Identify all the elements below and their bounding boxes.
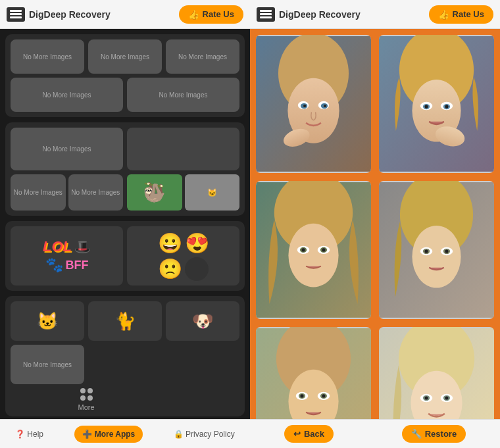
- dot-2: [88, 388, 93, 393]
- empty-cell: [127, 128, 239, 170]
- lol-text: LOL: [43, 238, 72, 255]
- no-more-cell-4: No More Images: [11, 78, 123, 112]
- right-content: [250, 29, 500, 419]
- top-row-3: No More Images No More Images No More Im…: [11, 39, 239, 74]
- dumpster-img-1: 🦥: [127, 174, 182, 211]
- right-header-left: DigDeep Recovery: [257, 7, 361, 22]
- no-more-cell-3: No More Images: [166, 39, 239, 74]
- lol-bff-content: LOL 🎩 🐾 BFF: [43, 238, 91, 274]
- photo-row-2: [254, 179, 496, 321]
- no-more-cell-8: No More Images: [68, 174, 124, 211]
- sombrero-emoji: 🎩: [74, 239, 91, 255]
- rate-us-button-left[interactable]: 👍 Rate Us: [179, 5, 243, 24]
- left-panel: DigDeep Recovery 👍 Rate Us No More Image…: [0, 0, 250, 448]
- svg-rect-5: [260, 16, 272, 18]
- app-title-left: DigDeep Recovery: [29, 9, 111, 20]
- emoji-happy: 😀: [158, 232, 182, 255]
- help-button[interactable]: ❓ Help: [15, 430, 43, 439]
- app-icon-right: [257, 7, 275, 22]
- top-row-2: No More Images No More Images: [11, 78, 239, 112]
- emoji-love: 😍: [185, 232, 209, 255]
- dumpster-section: No More Images No More Images No More Im…: [5, 122, 245, 216]
- svg-point-62: [424, 396, 428, 399]
- svg-point-33: [301, 248, 305, 251]
- dot-1: [80, 388, 86, 393]
- app-icon-left: [7, 7, 25, 22]
- more-apps-button[interactable]: ➕ More Apps: [74, 426, 143, 443]
- photo-row-1: [254, 33, 496, 175]
- more-dots: [80, 388, 93, 401]
- dumpster-img-2: 🐱: [185, 174, 240, 211]
- emoji-grid: 😀 😍 🙁: [155, 229, 212, 284]
- left-footer: ❓ Help ➕ More Apps 🔒 Privacy Policy: [0, 419, 250, 448]
- svg-point-37: [412, 226, 461, 288]
- svg-rect-4: [260, 13, 272, 15]
- photo-cell-2[interactable]: [377, 33, 496, 175]
- photo-face-1: [256, 35, 371, 173]
- no-more-cell-7: No More Images: [11, 174, 66, 211]
- photo-face-5: [256, 327, 371, 419]
- svg-point-24: [445, 105, 448, 108]
- left-content: No More Images No More Images No More Im…: [0, 29, 250, 419]
- photo-cell-1[interactable]: [254, 33, 373, 175]
- photo-face-2: [379, 35, 494, 173]
- photo-face-3: [256, 181, 371, 319]
- svg-point-14: [324, 105, 326, 107]
- help-icon: ❓: [15, 430, 25, 439]
- svg-point-42: [424, 249, 428, 253]
- emoji-sticker-cell: 😀 😍 🙁: [127, 226, 239, 286]
- svg-point-63: [445, 396, 448, 399]
- svg-point-28: [288, 224, 338, 287]
- photo-cell-6[interactable]: [377, 325, 496, 419]
- no-more-cell-5: No More Images: [127, 78, 239, 112]
- bottom-sticker-cat: 🐱: [11, 301, 84, 341]
- photo-cell-3[interactable]: [254, 179, 373, 321]
- left-header-left: DigDeep Recovery: [7, 7, 111, 22]
- more-text: More: [78, 403, 94, 411]
- right-panel: DigDeep Recovery 👍 Rate Us: [250, 0, 500, 448]
- stickers-section: LOL 🎩 🐾 BFF 😀 😍 🙁: [5, 221, 245, 291]
- photo-cell-4[interactable]: [377, 179, 496, 321]
- privacy-icon: 🔒: [174, 430, 184, 439]
- no-more-cell-bottom: No More Images: [11, 345, 84, 384]
- right-header: DigDeep Recovery 👍 Rate Us: [250, 0, 500, 29]
- bottom-stickers-section: 🐱 🐈 🐶 No More Images More: [5, 296, 245, 416]
- bff-text: BFF: [66, 259, 89, 272]
- right-footer: ↩ Back 🔧 Restore: [250, 419, 500, 448]
- top-grid-section: No More Images No More Images No More Im…: [5, 34, 245, 117]
- thumbs-up-icon-left: 👍: [188, 9, 199, 20]
- privacy-button[interactable]: 🔒 Privacy Policy: [174, 430, 235, 439]
- photo-face-4: [379, 181, 494, 319]
- svg-point-51: [300, 394, 303, 397]
- photo-row-3: [254, 325, 496, 419]
- back-button[interactable]: ↩ Back: [284, 425, 334, 443]
- bottom-sticker-dog: 🐶: [166, 301, 239, 341]
- restore-icon: 🔧: [411, 429, 422, 439]
- dot-3: [80, 395, 86, 401]
- more-apps-icon: ➕: [82, 430, 92, 439]
- svg-point-43: [445, 249, 448, 253]
- dot-4: [88, 395, 93, 401]
- svg-rect-0: [10, 10, 22, 12]
- left-header: DigDeep Recovery 👍 Rate Us: [0, 0, 250, 29]
- photo-cell-5[interactable]: [254, 325, 373, 419]
- rate-us-button-right[interactable]: 👍 Rate Us: [429, 5, 493, 24]
- more-indicator: More: [11, 388, 162, 411]
- bottom-sticker-cat2: 🐈: [88, 301, 162, 341]
- svg-rect-1: [10, 13, 22, 15]
- thumbs-up-icon-right: 👍: [438, 9, 449, 20]
- restore-button[interactable]: 🔧 Restore: [402, 425, 466, 443]
- no-more-cell-6: No More Images: [11, 128, 123, 170]
- svg-rect-2: [10, 16, 22, 18]
- svg-point-23: [424, 105, 428, 108]
- no-more-cell-1: No More Images: [11, 39, 84, 74]
- no-more-cell-2: No More Images: [88, 39, 162, 74]
- svg-point-13: [303, 105, 306, 107]
- svg-rect-3: [260, 10, 272, 12]
- emoji-sad: 🙁: [158, 257, 182, 281]
- emoji-dark-circle: [185, 257, 209, 281]
- svg-point-52: [322, 394, 325, 397]
- app-title-right: DigDeep Recovery: [279, 9, 361, 20]
- back-icon: ↩: [293, 429, 301, 439]
- svg-point-34: [322, 248, 325, 251]
